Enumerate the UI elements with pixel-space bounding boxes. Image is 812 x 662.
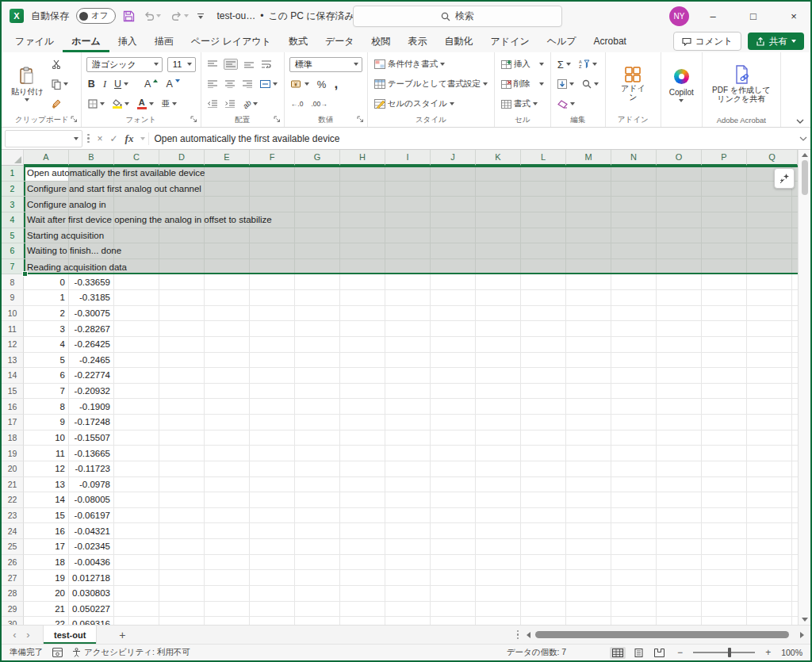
undo-button[interactable] [142,10,163,23]
redo-button[interactable] [170,10,190,23]
addins-button[interactable]: アドイン [616,65,649,104]
column-header-E[interactable]: E [205,150,250,166]
formula-bar-handle[interactable] [87,134,90,143]
column-header-Q[interactable]: Q [747,150,798,166]
fill-handle[interactable] [22,271,28,277]
avatar[interactable]: NY [669,6,689,26]
normal-view-button[interactable] [610,647,626,659]
cell-A19[interactable]: 11 [24,449,69,458]
row-cells-8[interactable]: 0-0.33659 [24,274,798,290]
cell-B21[interactable]: -0.0978 [69,480,114,489]
align-bottom-button[interactable] [243,59,255,69]
align-right-button[interactable] [241,79,254,89]
new-sheet-button[interactable]: + [114,629,130,641]
row-cells-6[interactable]: Waiting to finish... done [24,243,798,259]
menu-tab-home[interactable]: ホーム [63,30,109,52]
next-sheet-button[interactable]: › [21,629,35,641]
merge-center-button[interactable] [259,79,279,89]
row-header-15[interactable]: 15 [2,384,24,400]
row-cells-22[interactable]: 14-0.08005 [24,492,798,508]
cell-A29[interactable]: 21 [24,604,69,614]
search-input[interactable]: 検索 [353,6,562,27]
column-header-B[interactable]: B [69,150,114,166]
row-cells-29[interactable]: 210.050227 [24,602,798,618]
row-header-28[interactable]: 28 [2,586,24,602]
column-header-I[interactable]: I [385,150,431,166]
row-cells-20[interactable]: 12-0.11723 [24,461,798,477]
cell-A9[interactable]: 1 [24,293,69,302]
sheet-tab-active[interactable]: test-out [43,626,97,644]
increase-decimal-button[interactable]: ←.0 [289,99,305,109]
find-select-button[interactable] [580,78,600,90]
font-color-button[interactable]: A [136,98,155,110]
row-header-9[interactable]: 9 [2,290,24,306]
column-header-A[interactable]: A [24,150,69,166]
cell-A14[interactable]: 6 [24,370,69,380]
row-cells-13[interactable]: 5-0.2465 [24,353,798,369]
cell-B12[interactable]: -0.26425 [69,339,114,349]
autosave-toggle[interactable]: オフ [76,8,116,24]
clear-button[interactable] [556,99,576,109]
number-dialog-launcher[interactable] [357,116,364,123]
vertical-scrollbar[interactable] [798,150,810,625]
zoom-slider-thumb[interactable] [728,648,731,657]
row-header-4[interactable]: 4 [2,212,24,228]
cell-A24[interactable]: 16 [24,526,69,536]
alignment-dialog-launcher[interactable] [274,116,281,123]
italic-button[interactable]: I [102,78,108,91]
cell-B25[interactable]: -0.02345 [69,541,114,551]
accessibility-status[interactable]: アクセシビリティ: 利用不可 [72,647,190,658]
cut-button[interactable] [50,59,70,70]
row-cells-9[interactable]: 1-0.3185 [24,290,798,306]
prev-sheet-button[interactable]: ‹ [8,629,21,641]
row-cells-21[interactable]: 13-0.0978 [24,477,798,493]
copy-button[interactable] [50,78,70,90]
row-cells-17[interactable]: 9-0.17248 [24,415,798,430]
column-header-D[interactable]: D [159,150,205,166]
row-cells-7[interactable]: Reading acquisition data [24,259,798,275]
format-painter-button[interactable] [50,98,70,109]
underline-button[interactable]: U [113,78,130,90]
row-cells-27[interactable]: 190.012718 [24,570,798,586]
menu-tab-add-ins[interactable]: アドイン [482,30,538,52]
menu-tab-automate[interactable]: 自動化 [436,30,482,52]
column-header-P[interactable]: P [702,150,747,166]
comma-style-button[interactable]: , [332,80,339,88]
row-header-11[interactable]: 11 [2,321,24,337]
cell-B16[interactable]: -0.1909 [69,402,114,411]
create-pdf-button[interactable]: PDF を作成してリンクを共有 [707,63,776,105]
row-header-5[interactable]: 5 [2,228,24,244]
cell-B13[interactable]: -0.2465 [69,355,114,365]
menu-tab-file[interactable]: ファイル [6,30,63,52]
number-format-select[interactable]: 標準 [289,57,362,72]
menu-tab-insert[interactable]: 挿入 [109,30,146,52]
orientation-button[interactable]: ab [241,99,260,109]
cell-A15[interactable]: 7 [24,386,69,396]
cell-B11[interactable]: -0.28267 [69,324,114,334]
vertical-scroll-thumb[interactable] [802,160,808,195]
decrease-decimal-button[interactable]: .00→ [309,99,328,109]
cell-A1[interactable]: Open automatically the first available d… [24,168,205,178]
row-header-26[interactable]: 26 [2,555,24,571]
menu-tab-draw[interactable]: 描画 [146,30,182,52]
wrap-text-button[interactable] [260,59,274,69]
row-header-18[interactable]: 18 [2,430,24,446]
row-cells-15[interactable]: 7-0.20932 [24,384,798,400]
menu-tab-page-layout[interactable]: ページ レイアウト [182,30,280,52]
expand-formula-bar-button[interactable] [799,136,807,141]
cell-A16[interactable]: 8 [24,402,69,411]
excel-app-icon[interactable]: X [10,9,24,23]
cell-B18[interactable]: -0.15507 [69,433,114,442]
cell-A22[interactable]: 14 [24,495,69,504]
row-header-10[interactable]: 10 [2,306,24,322]
paste-button[interactable]: 貼り付け [8,65,46,103]
row-header-20[interactable]: 20 [2,461,24,477]
zoom-out-button[interactable]: − [677,647,683,658]
row-header-16[interactable]: 16 [2,399,24,415]
row-cells-19[interactable]: 11-0.13665 [24,446,798,461]
row-cells-28[interactable]: 200.030803 [24,586,798,602]
bold-button[interactable]: B [86,78,97,90]
menu-tab-review[interactable]: 校閲 [363,30,400,52]
name-box[interactable] [5,130,82,147]
horizontal-scroll-thumb[interactable] [535,631,789,638]
